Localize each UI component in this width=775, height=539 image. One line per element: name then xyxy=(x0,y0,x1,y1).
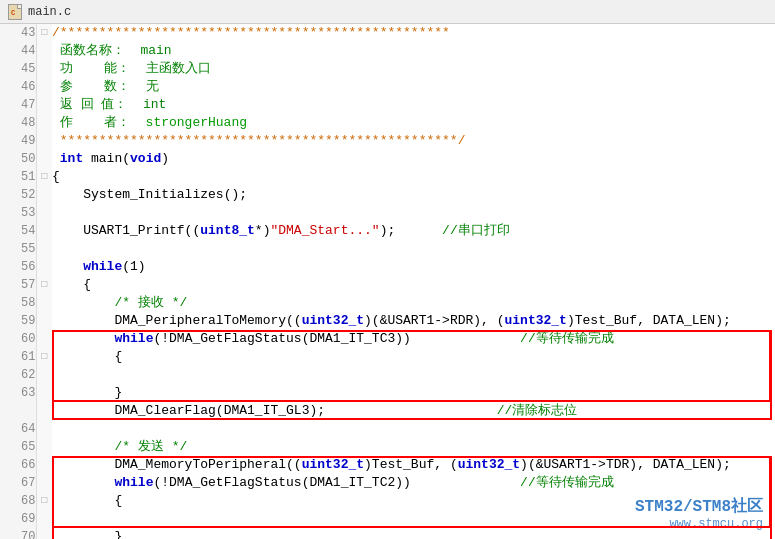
fold-marker xyxy=(36,528,52,539)
line-num: 66 xyxy=(0,456,36,474)
table-row: DMA_ClearFlag(DMA1_IT_GL3); //清除标志位 xyxy=(0,402,775,420)
line-num: 69 xyxy=(0,510,36,528)
fold-marker xyxy=(36,258,52,276)
code-line: while(1) xyxy=(52,258,775,276)
fold-marker: □ xyxy=(36,276,52,294)
fold-marker: □ xyxy=(36,24,52,42)
line-num: 70 xyxy=(0,528,36,539)
table-row: 70 } xyxy=(0,528,775,539)
fold-marker xyxy=(36,312,52,330)
line-num: 68 xyxy=(0,492,36,510)
code-line: 功 能： 主函数入口 xyxy=(52,60,775,78)
code-line: /***************************************… xyxy=(52,24,775,42)
fold-marker xyxy=(36,330,52,348)
line-num: 49 xyxy=(0,132,36,150)
code-line: { xyxy=(52,348,775,366)
code-line: while(!DMA_GetFlagStatus(DMA1_IT_TC3)) /… xyxy=(52,330,775,348)
fold-marker xyxy=(36,384,52,402)
table-row: 62 xyxy=(0,366,775,384)
fold-marker: □ xyxy=(36,348,52,366)
line-num: 65 xyxy=(0,438,36,456)
line-num: 47 xyxy=(0,96,36,114)
line-num: 58 xyxy=(0,294,36,312)
code-line: 函数名称： main xyxy=(52,42,775,60)
fold-marker xyxy=(36,114,52,132)
table-row: 53 xyxy=(0,204,775,222)
table-row: 54 USART1_Printf((uint8_t*)"DMA_Start...… xyxy=(0,222,775,240)
code-line: { xyxy=(52,276,775,294)
line-num: 63 xyxy=(0,384,36,402)
code-line: 作 者： strongerHuang xyxy=(52,114,775,132)
code-line xyxy=(52,240,775,258)
fold-marker xyxy=(36,96,52,114)
table-row: 68 □ { xyxy=(0,492,775,510)
table-row: 44 函数名称： main xyxy=(0,42,775,60)
line-num: 48 xyxy=(0,114,36,132)
table-row: 67 while(!DMA_GetFlagStatus(DMA1_IT_TC2)… xyxy=(0,474,775,492)
fold-marker xyxy=(36,204,52,222)
fold-marker xyxy=(36,474,52,492)
line-num: 53 xyxy=(0,204,36,222)
table-row: 59 DMA_PeripheralToMemory((uint32_t)(&US… xyxy=(0,312,775,330)
table-row: 46 参 数： 无 xyxy=(0,78,775,96)
code-line: ****************************************… xyxy=(52,132,775,150)
line-num: 59 xyxy=(0,312,36,330)
editor: 43 □ /**********************************… xyxy=(0,24,775,539)
table-row: 47 返 回 值： int xyxy=(0,96,775,114)
fold-marker xyxy=(36,438,52,456)
code-line: DMA_PeripheralToMemory((uint32_t)(&USART… xyxy=(52,312,775,330)
code-line: { xyxy=(52,168,775,186)
table-row: 60 while(!DMA_GetFlagStatus(DMA1_IT_TC3)… xyxy=(0,330,775,348)
table-row: 58 /* 接收 */ xyxy=(0,294,775,312)
table-row: 56 while(1) xyxy=(0,258,775,276)
code-line xyxy=(52,420,775,438)
table-row: 52 System_Initializes(); xyxy=(0,186,775,204)
table-row: 65 /* 发送 */ xyxy=(0,438,775,456)
fold-marker xyxy=(36,132,52,150)
code-line: while(!DMA_GetFlagStatus(DMA1_IT_TC2)) /… xyxy=(52,474,775,492)
fold-marker: □ xyxy=(36,168,52,186)
table-row: 61 □ { xyxy=(0,348,775,366)
line-num: 52 xyxy=(0,186,36,204)
line-num: 64 xyxy=(0,420,36,438)
code-line: 返 回 值： int xyxy=(52,96,775,114)
line-num: 43 xyxy=(0,24,36,42)
fold-marker xyxy=(36,186,52,204)
line-num: 67 xyxy=(0,474,36,492)
line-num: 62 xyxy=(0,366,36,384)
line-num xyxy=(0,402,36,420)
code-line: System_Initializes(); xyxy=(52,186,775,204)
code-line: USART1_Printf((uint8_t*)"DMA_Start...");… xyxy=(52,222,775,240)
table-row: 48 作 者： strongerHuang xyxy=(0,114,775,132)
line-num: 61 xyxy=(0,348,36,366)
table-row: 64 xyxy=(0,420,775,438)
table-row: 55 xyxy=(0,240,775,258)
fold-marker xyxy=(36,78,52,96)
fold-marker xyxy=(36,150,52,168)
table-row: 63 } xyxy=(0,384,775,402)
line-num: 57 xyxy=(0,276,36,294)
code-line: DMA_ClearFlag(DMA1_IT_GL3); //清除标志位 xyxy=(52,402,775,420)
code-line: 参 数： 无 xyxy=(52,78,775,96)
fold-marker xyxy=(36,420,52,438)
code-line xyxy=(52,204,775,222)
code-line: } xyxy=(52,528,775,539)
fold-marker xyxy=(36,222,52,240)
fold-marker: □ xyxy=(36,492,52,510)
code-line: { xyxy=(52,492,775,510)
line-num: 56 xyxy=(0,258,36,276)
table-row: 50 int main(void) xyxy=(0,150,775,168)
code-table: 43 □ /**********************************… xyxy=(0,24,775,539)
line-num: 50 xyxy=(0,150,36,168)
table-row: 51 □ { xyxy=(0,168,775,186)
line-num: 54 xyxy=(0,222,36,240)
fold-marker xyxy=(36,456,52,474)
line-num: 46 xyxy=(0,78,36,96)
table-row: 43 □ /**********************************… xyxy=(0,24,775,42)
line-num: 44 xyxy=(0,42,36,60)
fold-marker xyxy=(36,294,52,312)
line-num: 60 xyxy=(0,330,36,348)
fold-marker xyxy=(36,402,52,420)
code-line: DMA_MemoryToPeripheral((uint32_t)Test_Bu… xyxy=(52,456,775,474)
code-line xyxy=(52,366,775,384)
